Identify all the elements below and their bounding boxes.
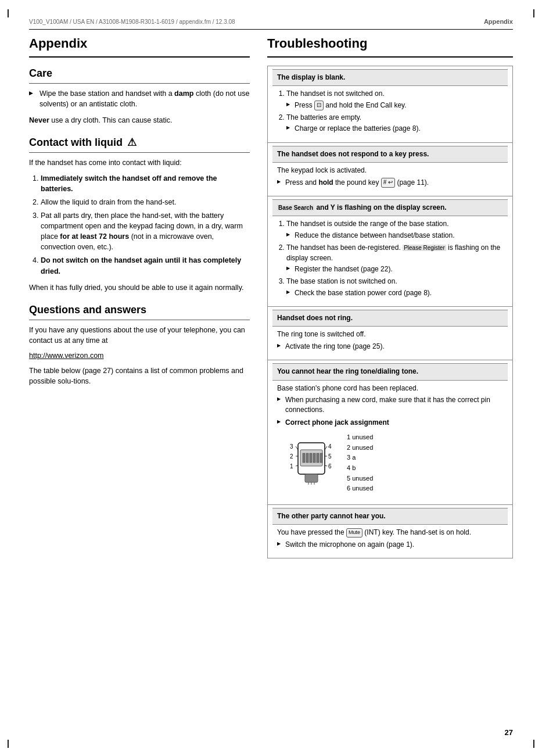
trouble-body-5: Base station's phone cord has been repla… bbox=[272, 381, 508, 501]
svg-text:2: 2 bbox=[290, 453, 293, 460]
appendix-divider bbox=[29, 56, 250, 58]
trouble-1-item-2-text: The batteries are empty. bbox=[286, 113, 361, 121]
trouble-body-6: You have pressed the Mute (INT) key. The… bbox=[272, 525, 508, 555]
qa-para2: The table below (page 27) contains a lis… bbox=[29, 366, 250, 386]
trouble-1-item-2: The batteries are empty. Charge or repla… bbox=[286, 113, 503, 134]
qa-section: Questions and answers If you have any qu… bbox=[29, 302, 250, 387]
trouble-table: The display is blank. The handset is not… bbox=[267, 66, 513, 558]
jack-legend-1: 1 unused bbox=[347, 432, 373, 443]
liquid-step-2: Allow the liquid to drain from the hand-… bbox=[41, 197, 250, 207]
svg-rect-9 bbox=[306, 453, 308, 463]
trouble-5-body: Base station's phone cord has been repla… bbox=[277, 384, 503, 393]
jack-legend-5: 5 unused bbox=[347, 474, 373, 484]
mute-key-icon: Mute bbox=[346, 528, 362, 537]
svg-text:1: 1 bbox=[290, 463, 293, 470]
qa-para1: If you have any questions about the use … bbox=[29, 325, 250, 346]
trouble-3-item-1-subs: Reduce the distance between handset/base… bbox=[286, 231, 503, 241]
trouble-2-hold-bold: hold bbox=[318, 178, 333, 187]
trouble-header-2-label: The handset does not respond to a key pr… bbox=[277, 150, 429, 158]
page-number: 27 bbox=[505, 728, 513, 739]
trouble-3-item-2-sub: Register the handset (page 22). bbox=[286, 264, 503, 274]
trouble-body-3: The handset is outside the range of the … bbox=[272, 216, 508, 303]
trouble-3-item-1: The handset is outside the range of the … bbox=[286, 219, 503, 241]
trouble-3-item-1-sub: Reduce the distance between handset/base… bbox=[286, 231, 503, 241]
corner-mark-tl: | bbox=[7, 7, 9, 19]
end-key-icon: ⊡ bbox=[314, 101, 324, 110]
trouble-header-5: You cannot hear the ring tone/dialing to… bbox=[272, 363, 508, 380]
svg-rect-20 bbox=[305, 474, 318, 482]
liquid-step-3-bold: for at least 72 hours bbox=[60, 232, 129, 241]
trouble-header-4: Handset does not ring. bbox=[272, 310, 508, 327]
trouble-body-2: The keypad lock is activated. Press and … bbox=[272, 163, 508, 193]
jack-legend-4: 4 b bbox=[347, 463, 373, 474]
care-title: Care bbox=[29, 66, 250, 84]
care-section: Care Wipe the base station and handset w… bbox=[29, 66, 250, 126]
care-never-rest: use a dry cloth. This can cause static. bbox=[49, 116, 173, 124]
svg-rect-13 bbox=[320, 453, 322, 463]
trouble-list-3: The handset is outside the range of the … bbox=[277, 219, 503, 298]
trouble-5-subs: When purchasing a new cord, make sure th… bbox=[277, 395, 503, 415]
liquid-step-1: Immediately switch the handset off and r… bbox=[41, 173, 250, 194]
base-search-label: Base Search bbox=[277, 205, 314, 211]
trouble-header-1-label: The display is blank. bbox=[277, 73, 345, 81]
corner-mark-bl: | bbox=[7, 737, 9, 749]
trouble-section-1: The display is blank. The handset is not… bbox=[268, 66, 513, 142]
trouble-4-sub-1: Activate the ring tone (page 25). bbox=[277, 342, 503, 352]
trouble-6-body-post: (INT) key. The hand-set is on hold. bbox=[362, 528, 471, 536]
trouble-6-body: You have pressed the Mute (INT) key. The… bbox=[277, 528, 503, 538]
svg-rect-8 bbox=[303, 453, 305, 463]
svg-rect-11 bbox=[313, 453, 315, 463]
trouble-header-3: Base Search and Y is flashing on the dis… bbox=[272, 199, 508, 216]
trouble-header-5-label: You cannot hear the ring tone/dialing to… bbox=[277, 367, 418, 375]
left-column: Appendix Care Wipe the base station and … bbox=[29, 34, 250, 558]
trouble-body-4: The ring tone is switched off. Activate … bbox=[272, 327, 508, 357]
antenna-icon: Y bbox=[331, 203, 335, 212]
jack-legend-2: 2 unused bbox=[347, 443, 373, 453]
care-bullet-1-text: Wipe the base station and handset with a bbox=[40, 89, 174, 98]
troubleshooting-title: Troubleshooting bbox=[267, 34, 513, 53]
pound-key-icon: # ↩ bbox=[381, 178, 395, 188]
trouble-3-item-3-subs: Check the base station power cord (page … bbox=[286, 288, 503, 298]
trouble-td-4: Handset does not ring. The ring tone is … bbox=[268, 307, 513, 360]
trouble-header-1-text: The display is blank. bbox=[272, 69, 508, 86]
trouble-body-1: The handset is not switched on. Press ⊡ … bbox=[272, 86, 508, 139]
care-bullet-1: Wipe the base station and handset with a… bbox=[29, 88, 250, 109]
trouble-header-6: The other party cannot hear you. bbox=[272, 508, 508, 525]
trouble-section-3: Base Search and Y is flashing on the dis… bbox=[268, 196, 513, 306]
trouble-4-subs: Activate the ring tone (page 25). bbox=[277, 342, 503, 352]
trouble-3-item-2-subs: Register the handset (page 22). bbox=[286, 264, 503, 274]
svg-text:4: 4 bbox=[328, 443, 332, 450]
qa-link[interactable]: http://www.verizon.com bbox=[29, 352, 104, 360]
appendix-title: Appendix bbox=[29, 34, 250, 53]
trouble-1-item-1: The handset is not switched on. Press ⊡ … bbox=[286, 89, 503, 110]
trouble-5-sub-2: Correct phone jack assignment bbox=[277, 418, 503, 428]
svg-rect-12 bbox=[317, 453, 319, 463]
svg-text:6: 6 bbox=[328, 463, 332, 470]
trouble-2-body: The keypad lock is activated. bbox=[277, 166, 503, 175]
jack-svg-image: 3 2 1 4 5 6 bbox=[289, 438, 341, 485]
trouble-2-sub-1: Press and hold the pound key # ↩ (page 1… bbox=[277, 178, 503, 188]
trouble-4-body: The ring tone is switched off. bbox=[277, 329, 503, 339]
trouble-1-item-2-subs: Charge or replace the batteries (page 8)… bbox=[286, 124, 503, 134]
troubleshooting-divider bbox=[267, 56, 513, 58]
trouble-td-6: The other party cannot hear you. You hav… bbox=[268, 504, 513, 558]
care-never-para: Never use a dry cloth. This can cause st… bbox=[29, 115, 250, 126]
jack-legend-6: 6 unused bbox=[347, 483, 373, 494]
trouble-5-correct-jack-bold: Correct phone jack assignment bbox=[285, 418, 389, 427]
trouble-6-subs: Switch the microphone on again (page 1). bbox=[277, 540, 503, 550]
trouble-3-item-2: The handset has been de-registered. Plea… bbox=[286, 243, 503, 274]
trouble-5-sub-1: When purchasing a new cord, make sure th… bbox=[277, 395, 503, 415]
trouble-section-6: The other party cannot hear you. You hav… bbox=[268, 504, 513, 558]
trouble-5-subs-2: Correct phone jack assignment bbox=[277, 418, 503, 428]
liquid-step-1-text: Immediately switch the handset off and r… bbox=[41, 174, 217, 193]
liquid-intro: If the handset has come into contact wit… bbox=[29, 157, 250, 168]
trouble-1-item-1-sub-1: Press ⊡ and hold the End Call key. bbox=[286, 101, 503, 110]
liquid-outro: When it has fully dried, you should be a… bbox=[29, 282, 250, 293]
jack-legend: 1 unused 2 unused 3 a 4 b 5 unused 6 unu… bbox=[347, 432, 373, 494]
liquid-title-text: Contact with liquid bbox=[29, 135, 123, 150]
warning-icon: ⚠ bbox=[127, 135, 137, 150]
header-section-title: Appendix bbox=[484, 17, 513, 27]
trouble-td-5: You cannot hear the ring tone/dialing to… bbox=[268, 360, 513, 505]
trouble-3-item-3: The base station is not switched on. Che… bbox=[286, 277, 503, 298]
header-file-path: V100_V100AM / USA EN / A31008-M1908-R301… bbox=[29, 18, 235, 27]
